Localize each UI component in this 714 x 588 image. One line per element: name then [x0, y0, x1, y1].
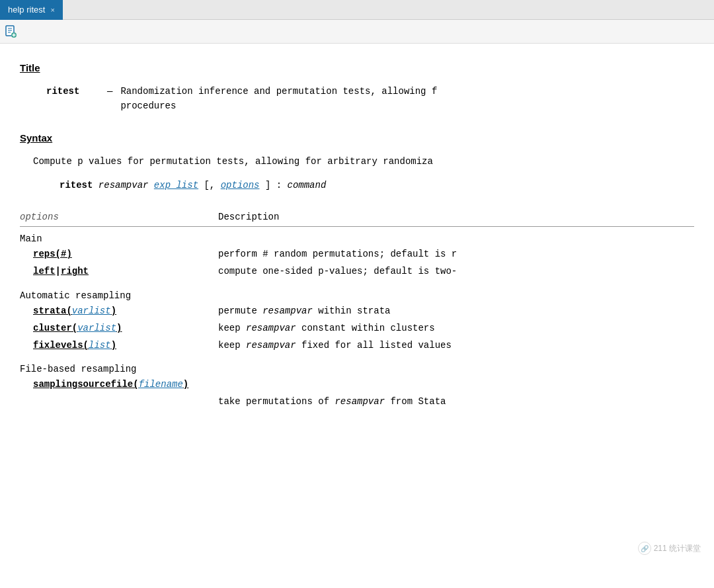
options-row-leftright: left|right compute one-sided p-values; d…	[20, 264, 694, 280]
syntax-ritest-cmd: ritest	[60, 180, 93, 190]
watermark: 🔗 211 统计课堂	[638, 542, 701, 555]
strata-close: )	[111, 306, 116, 316]
cluster-close: )	[116, 323, 122, 333]
title-row: ritest — Randomization inference and per…	[46, 84, 694, 114]
watermark-text: 211 统计课堂	[654, 543, 701, 554]
options-reps-col1: reps(#)	[20, 247, 218, 263]
options-cluster-col1: cluster(varlist)	[20, 321, 218, 337]
syntax-exp-list-link[interactable]: exp_list	[154, 180, 198, 190]
toolbar	[0, 20, 714, 44]
title-section: Title ritest — Randomization inference a…	[20, 62, 694, 114]
syntax-bracket-close: ] :	[265, 180, 288, 190]
title-dash: —	[107, 84, 112, 114]
cluster-option: cluster(	[33, 323, 77, 333]
syntax-command-word: command	[288, 180, 327, 190]
options-group-filebased: File-based resampling	[20, 364, 694, 374]
options-strata-col1: strata(varlist)	[20, 304, 218, 319]
title-heading: Title	[20, 62, 694, 73]
syntax-heading: Syntax	[20, 132, 694, 144]
options-fixlevels-col1: fixlevels(list)	[20, 338, 218, 354]
left-option: left	[33, 266, 56, 276]
options-col2-header: Description	[218, 212, 694, 222]
syntax-options-link[interactable]: options	[221, 180, 260, 190]
title-description: Randomization inference and permutation …	[120, 84, 694, 114]
samplingsourcefile-filename-link[interactable]: filename	[139, 379, 183, 390]
samplingsourcefile-close: )	[183, 379, 188, 390]
tab-close-button[interactable]: ×	[50, 6, 54, 14]
options-table-header: options Description	[20, 212, 694, 226]
syntax-bracket-open: [,	[204, 180, 215, 190]
options-divider	[20, 226, 694, 227]
options-row-fixlevels: fixlevels(list) keep resampvar fixed for…	[20, 338, 694, 354]
options-samplingsourcefile-col2-empty	[218, 377, 694, 393]
options-fixlevels-col2: keep resampvar fixed for all listed valu…	[218, 338, 694, 354]
options-samplingsourcefile-col1: samplingsourcefile(filename)	[20, 377, 218, 393]
options-row-strata: strata(varlist) permute resampvar within…	[20, 304, 694, 319]
title-command: ritest	[46, 84, 99, 114]
options-reps-col2: perform # random permutations; default i…	[218, 247, 694, 263]
strata-varlist-link[interactable]: varlist	[72, 306, 111, 316]
options-samplingsourcefile-col2-desc: take permutations of resampvar from Stat…	[218, 394, 694, 410]
options-samplingsourcefile-col1-empty	[20, 394, 218, 410]
options-group-main: Main	[20, 233, 694, 244]
options-row-cluster: cluster(varlist) keep resampvar constant…	[20, 321, 694, 337]
options-group-autoresample: Automatic resampling	[20, 290, 694, 301]
syntax-intro: Compute p values for permutation tests, …	[33, 154, 694, 170]
reps-option: reps(#)	[33, 249, 72, 259]
tab-bar: help ritest ×	[0, 0, 714, 20]
options-leftright-col1: left|right	[20, 264, 218, 280]
fixlevels-list-link[interactable]: list	[89, 340, 111, 351]
title-desc-line1: Randomization inference and permutation …	[120, 86, 437, 97]
pipe-sep: |	[56, 266, 61, 276]
watermark-icon: 🔗	[638, 542, 651, 555]
fixlevels-close: )	[111, 340, 116, 351]
options-row-samplingsourcefile: samplingsourcefile(filename)	[20, 377, 694, 393]
options-cluster-col2: keep resampvar constant within clusters	[218, 321, 694, 337]
right-option: right	[61, 266, 89, 276]
title-desc-line2: procedures	[120, 101, 176, 111]
content-area: Title ritest — Randomization inference a…	[0, 44, 714, 588]
options-row-samplingsourcefile-desc: take permutations of resampvar from Stat…	[20, 394, 694, 410]
tab-label: help ritest	[8, 5, 45, 15]
options-leftright-col2: compute one-sided p-values; default is t…	[218, 264, 694, 280]
cluster-varlist-link[interactable]: varlist	[77, 323, 116, 333]
options-row-reps: reps(#) perform # random permutations; d…	[20, 247, 694, 263]
new-document-icon[interactable]	[4, 24, 19, 39]
samplingsourcefile-option: samplingsourcefile(	[33, 379, 139, 390]
options-table: options Description Main reps(#) perform…	[20, 212, 694, 410]
fixlevels-option: fixlevels(	[33, 340, 89, 351]
help-ritest-tab[interactable]: help ritest ×	[0, 0, 63, 20]
strata-option: strata(	[33, 306, 72, 316]
syntax-section: Syntax Compute p values for permutation …	[20, 132, 694, 194]
options-strata-col2: permute resampvar within strata	[218, 304, 694, 319]
syntax-command-line: ritest resampvar exp_list [, options ] :…	[60, 178, 694, 194]
options-col1-header: options	[20, 212, 218, 222]
syntax-resampvar: resampvar	[99, 180, 154, 190]
